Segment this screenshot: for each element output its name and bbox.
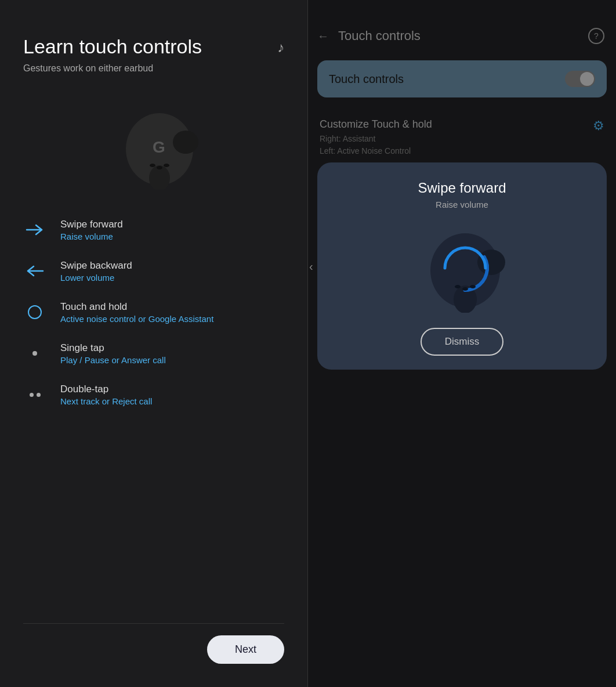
music-icon: ♪ xyxy=(277,39,284,56)
left-header: Learn touch controls ♪ xyxy=(23,35,284,59)
gesture-swipe-forward-title: Swipe forward xyxy=(60,219,123,230)
modal-chevron-icon: ‹ xyxy=(309,259,313,273)
svg-point-14 xyxy=(462,287,468,291)
gesture-touch-hold-title: Touch and hold xyxy=(60,301,213,313)
circle-icon xyxy=(23,305,46,319)
gesture-swipe-forward: Swipe forward Raise volume xyxy=(23,219,284,241)
gesture-double-tap-text: Double-tap Next track or Reject call xyxy=(60,384,152,406)
page-title: Learn touch controls xyxy=(23,35,202,59)
modal-subtitle: Raise volume xyxy=(436,200,488,209)
dismiss-button[interactable]: Dismiss xyxy=(421,328,504,356)
svg-point-11 xyxy=(477,250,505,275)
single-dot-icon xyxy=(23,351,46,356)
arrow-left-icon xyxy=(23,265,46,277)
arrow-right-icon xyxy=(23,223,46,236)
svg-point-6 xyxy=(164,164,169,167)
gesture-swipe-backward-desc: Lower volume xyxy=(60,273,132,283)
modal-earbud-illustration xyxy=(410,221,514,314)
gesture-single-tap-text: Single tap Play / Pause or Answer call xyxy=(60,342,166,365)
gesture-touch-hold-text: Touch and hold Active noise control or G… xyxy=(60,301,213,324)
left-panel: Learn touch controls ♪ Gestures work on … xyxy=(0,0,308,687)
svg-point-15 xyxy=(470,285,476,288)
modal-title: Swipe forward xyxy=(418,180,506,196)
gesture-double-tap-title: Double-tap xyxy=(60,384,152,395)
gesture-double-tap: Double-tap Next track or Reject call xyxy=(23,384,284,406)
gesture-single-tap-desc: Play / Pause or Answer call xyxy=(60,355,166,365)
gesture-swipe-forward-text: Swipe forward Raise volume xyxy=(60,219,123,241)
gesture-single-tap-title: Single tap xyxy=(60,342,166,354)
svg-point-2 xyxy=(173,131,198,154)
swipe-forward-modal: ‹ Swipe forward Raise volume Di xyxy=(317,162,607,370)
svg-point-5 xyxy=(157,166,162,169)
gesture-touch-hold: Touch and hold Active noise control or G… xyxy=(23,301,284,324)
next-button[interactable]: Next xyxy=(207,635,284,664)
left-footer: Next xyxy=(23,623,284,664)
svg-point-13 xyxy=(455,285,461,288)
svg-point-4 xyxy=(150,164,155,167)
double-dots-icon xyxy=(23,393,46,397)
gesture-swipe-backward: Swipe backward Lower volume xyxy=(23,260,284,283)
gesture-swipe-forward-desc: Raise volume xyxy=(60,232,123,241)
gesture-list: Swipe forward Raise volume Swipe backwar… xyxy=(23,219,284,617)
page-subtitle: Gestures work on either earbud xyxy=(23,63,284,74)
gesture-double-tap-desc: Next track or Reject call xyxy=(60,396,152,406)
svg-text:G: G xyxy=(153,138,165,156)
gesture-single-tap: Single tap Play / Pause or Answer call xyxy=(23,342,284,365)
right-panel: ← Touch controls ? Touch controls Custom… xyxy=(308,0,616,687)
gesture-swipe-backward-text: Swipe backward Lower volume xyxy=(60,260,132,283)
earbud-illustration: G xyxy=(96,91,212,196)
gesture-swipe-backward-title: Swipe backward xyxy=(60,260,132,272)
gesture-touch-hold-desc: Active noise control or Google Assistant xyxy=(60,314,213,324)
